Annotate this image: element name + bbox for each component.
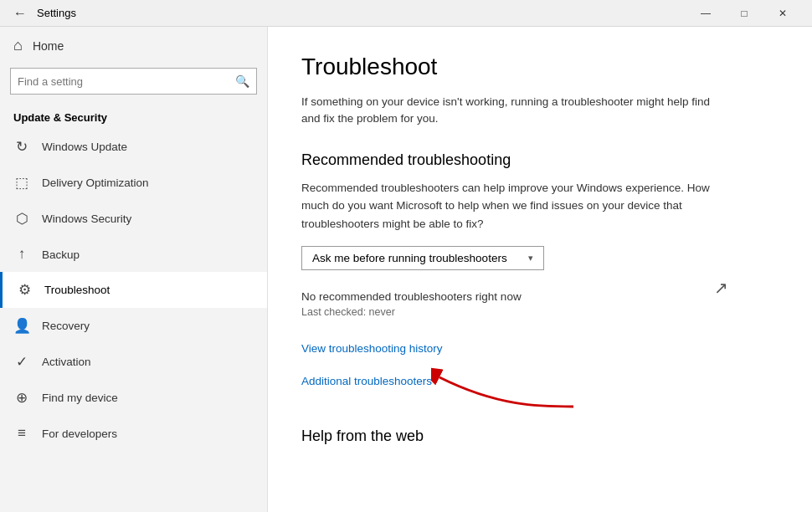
page-title: Troubleshoot [301,54,779,80]
minimize-button[interactable]: — [686,0,725,27]
sidebar-item-label: Windows Security [42,212,131,225]
view-troubleshooting-history-link[interactable]: View troubleshooting history [301,342,443,355]
sidebar-item-activation[interactable]: ✓ Activation [0,344,267,380]
main-layout: ⌂ Home 🔍 Update & Security ↻ Windows Upd… [0,27,812,512]
find-device-icon: ⊕ [13,389,30,407]
for-developers-icon: ≡ [13,425,30,442]
sidebar-item-label: Windows Update [42,141,127,153]
troubleshooter-dropdown[interactable]: Ask me before running troubleshooters ▾ [301,246,544,270]
activation-icon: ✓ [13,353,30,371]
sidebar-item-label: Activation [42,356,91,368]
additional-troubleshooters-container: Additional troubleshooters [301,375,779,387]
windows-update-icon: ↻ [13,138,30,156]
search-input[interactable] [11,75,229,88]
sidebar-item-find-my-device[interactable]: ⊕ Find my device [0,380,267,416]
app-title: Settings [37,7,76,19]
home-icon: ⌂ [13,37,23,54]
sidebar-item-label: Recovery [42,320,90,332]
dropdown-value: Ask me before running troubleshooters [312,252,507,264]
sidebar-item-troubleshoot[interactable]: ⚙ Troubleshoot [0,272,267,308]
sidebar-item-label: For developers [42,428,117,440]
sidebar-item-windows-security[interactable]: ⬡ Windows Security [0,201,267,237]
recommended-section-description: Recommended troubleshooters can help imp… [301,179,720,233]
back-button[interactable]: ← [10,3,30,23]
sidebar-item-backup[interactable]: ↑ Backup [0,237,267,272]
sidebar-item-home[interactable]: ⌂ Home [0,27,267,64]
sidebar-section-title: Update & Security [0,101,267,129]
last-checked-text: Last checked: never [301,306,779,318]
sidebar-item-label: Backup [42,248,80,261]
maximize-button[interactable]: □ [725,0,763,27]
no-troubleshooters-text: No recommended troubleshooters right now [301,290,779,303]
sidebar-item-recovery[interactable]: 👤 Recovery [0,308,267,344]
sidebar-item-label: Troubleshoot [44,284,110,296]
red-arrow-annotation [431,365,582,415]
search-icon: 🔍 [229,74,256,88]
help-heading: Help from the web [301,428,779,445]
close-button[interactable]: ✕ [763,0,802,27]
sidebar-item-windows-update[interactable]: ↻ Windows Update [0,129,267,165]
sidebar-item-delivery-optimization[interactable]: ⬚ Delivery Optimization [0,165,267,201]
title-bar: ← Settings — □ ✕ [0,0,812,27]
additional-troubleshooters-link[interactable]: Additional troubleshooters [301,375,432,387]
backup-icon: ↑ [13,246,30,263]
page-description: If something on your device isn't workin… [301,94,720,128]
help-section: Help from the web [301,428,779,445]
recommended-section-heading: Recommended troubleshooting [301,151,779,169]
recovery-icon: 👤 [13,317,30,335]
chevron-down-icon: ▾ [528,253,533,264]
delivery-optimization-icon: ⬚ [13,174,30,192]
window-controls: — □ ✕ [686,0,802,27]
sidebar-search-box[interactable]: 🔍 [10,68,257,95]
main-content: Troubleshoot If something on your device… [268,27,812,512]
sidebar: ⌂ Home 🔍 Update & Security ↻ Windows Upd… [0,27,268,512]
sidebar-item-for-developers[interactable]: ≡ For developers [0,416,267,451]
windows-security-icon: ⬡ [13,210,30,228]
sidebar-home-label: Home [33,39,64,53]
troubleshoot-icon: ⚙ [16,281,33,299]
sidebar-item-label: Find my device [42,392,118,404]
sidebar-item-label: Delivery Optimization [42,177,149,189]
